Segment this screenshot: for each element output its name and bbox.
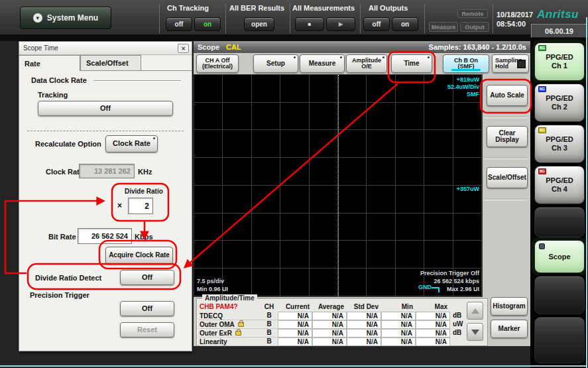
clear-display-button[interactable]: Clear Display	[487, 126, 528, 147]
all-outputs-on-button[interactable]: on	[392, 17, 418, 31]
ch-b-button[interactable]: Ch B On (SMF)	[443, 54, 489, 73]
lock-icon	[238, 322, 244, 327]
ch1-rate-badge: 8G	[538, 45, 546, 51]
table-header-stddev: Std Dev	[347, 303, 381, 312]
chb-scale-readout: 52.4uW/Div	[447, 84, 479, 90]
play-icon[interactable]: ▶	[326, 17, 355, 31]
stop-icon[interactable]: ■	[295, 17, 324, 31]
histogram-button[interactable]: Histogram	[491, 297, 528, 316]
waveform-display[interactable]: +819uW 52.4uW/Div SMF +357uW 7.5 ps/div …	[194, 74, 483, 297]
ch-tracking-off-button[interactable]: off	[166, 17, 192, 31]
all-outputs-off-button[interactable]: off	[363, 17, 390, 31]
table-row-name: Outer OMA	[200, 320, 261, 329]
bit-rate-label: Bit Rate	[48, 233, 76, 241]
sidebar-item-empty-3[interactable]	[534, 317, 585, 363]
amplitude-oe-button[interactable]: Amplitude O/E	[346, 54, 387, 73]
table-cell-ch: B	[261, 337, 278, 346]
table-scroll-down-button[interactable]	[467, 323, 483, 341]
ch4-label-line2: Ch 4	[552, 185, 567, 194]
submenu-dot-icon	[340, 56, 342, 58]
ch2-label-line1: PPG/ED	[546, 94, 573, 103]
lock-icon	[235, 331, 241, 336]
submenu-dot-icon	[428, 56, 430, 58]
sidebar-item-empty-2[interactable]	[534, 276, 585, 314]
min-ui-readout: Min 0.96 UI	[197, 286, 228, 292]
row-label: TDECQ	[200, 312, 223, 320]
table-scroll-up-button[interactable]	[467, 302, 483, 320]
tracking-off-button[interactable]: Off	[38, 101, 173, 116]
max-ui-readout: Max 2.96 UI	[447, 286, 479, 292]
divider	[159, 4, 160, 33]
divide-ratio-detect-off-button[interactable]: Off	[120, 270, 174, 285]
ch3-label-line2: Ch 3	[552, 144, 567, 153]
sidebar-item-ppg-ed-ch1[interactable]: 8G PPG/ED Ch 1	[534, 42, 585, 81]
table-cell: N/A	[278, 320, 312, 329]
multiply-sign: ×	[117, 201, 122, 210]
table-cell: N/A	[312, 320, 347, 329]
acquire-clock-rate-button[interactable]: Acquire Clock Rate	[105, 247, 173, 265]
table-cell: N/A	[381, 320, 416, 329]
setup-label: Setup	[266, 60, 285, 68]
window-frame-edge	[0, 365, 587, 367]
row-label: Outer ExR	[200, 330, 232, 337]
table-cell: N/A	[416, 337, 450, 346]
table-cell: N/A	[347, 320, 381, 329]
table-header-current: Current	[278, 303, 312, 312]
system-menu-label: System Menu	[47, 13, 98, 23]
scope-header-bar: Scope CAL Samples: 163,840 - 1.2/10.0s	[194, 41, 530, 53]
divider	[360, 4, 361, 33]
samples-readout: Samples: 163,840 - 1.2/10.0s	[429, 43, 526, 51]
ch1-label-line1: PPG/ED	[546, 53, 573, 62]
bit-rate-field[interactable]: 26 562 524	[78, 228, 132, 244]
divider	[290, 4, 290, 33]
time-button[interactable]: Time	[391, 54, 432, 73]
application-window: ▼ System Menu Ch Tracking off on All BER…	[0, 0, 588, 368]
gnd-marker: GND	[418, 284, 440, 292]
sidebar-item-scope[interactable]: Scope	[534, 240, 585, 273]
sidebar-item-ppg-ed-ch2[interactable]: 8G PPG/ED Ch 2	[534, 84, 585, 122]
ch-tracking-on-button[interactable]: on	[194, 17, 221, 31]
divider	[424, 4, 425, 33]
submenu-dot-icon	[153, 137, 155, 139]
system-menu-button[interactable]: ▼ System Menu	[20, 7, 111, 29]
ch4-rate-badge: 8G	[538, 168, 546, 174]
submenu-dot-icon	[294, 56, 296, 58]
tracking-label: Tracking	[38, 91, 68, 99]
all-ber-results-open-button[interactable]: open	[244, 17, 274, 31]
sidebar-item-ppg-ed-ch3[interactable]: 8G PPG/ED Ch 3	[534, 125, 585, 163]
reset-button[interactable]: Reset	[120, 322, 174, 337]
ch3-label-line1: PPG/ED	[546, 135, 573, 144]
scope-panel: Scope CAL Samples: 163,840 - 1.2/10.0s C…	[194, 41, 530, 346]
scale-offset-button[interactable]: Scale/Offset	[487, 167, 528, 188]
auto-scale-button[interactable]: Auto Scale	[487, 85, 528, 106]
tab-scale-offset[interactable]: Scale/Offset	[80, 55, 141, 71]
table-cell-ch: B	[261, 320, 278, 329]
table-cell: N/A	[416, 320, 450, 329]
measure-button[interactable]: Measure	[300, 54, 345, 73]
divide-ratio-field[interactable]: 2	[128, 198, 153, 214]
scope-time-dialog: Scope Time ✕ Rate Scale/Offset Data Cloc…	[19, 41, 192, 351]
measure-indicator: Measure	[429, 22, 458, 32]
recalculate-option-button[interactable]: Clock Rate	[105, 135, 158, 153]
table-cell: N/A	[312, 337, 347, 346]
cal-status: CAL	[226, 43, 241, 51]
ch-a-button[interactable]: CH A Off (Electrical)	[196, 54, 239, 73]
precision-trigger-off-button[interactable]: Off	[120, 301, 174, 316]
groupbox-legend: Amplitude/Time	[202, 294, 257, 302]
ch4-label-line1: PPG/ED	[546, 176, 573, 185]
close-icon[interactable]: ✕	[178, 44, 189, 53]
setup-button[interactable]: Setup	[253, 54, 298, 73]
ch2-rate-badge: 8G	[538, 86, 546, 92]
sidebar-item-empty-1[interactable]	[534, 207, 585, 237]
tab-rate[interactable]: Rate	[19, 55, 80, 71]
all-ber-results-label: All BER Results	[229, 4, 284, 12]
divide-ratio-label: Divide Ratio	[125, 188, 163, 195]
sampling-hold-button[interactable]: Sampling Hold	[492, 54, 529, 73]
output-indicator: Output	[460, 22, 489, 32]
table-cell: N/A	[278, 329, 312, 337]
center-marker-line	[338, 75, 339, 296]
marker-button[interactable]: Marker	[491, 320, 528, 338]
table-cell: N/A	[347, 312, 381, 320]
dialog-title-bar[interactable]: Scope Time ✕	[19, 42, 192, 55]
sidebar-item-ppg-ed-ch4[interactable]: 8G PPG/ED Ch 4	[534, 166, 585, 204]
